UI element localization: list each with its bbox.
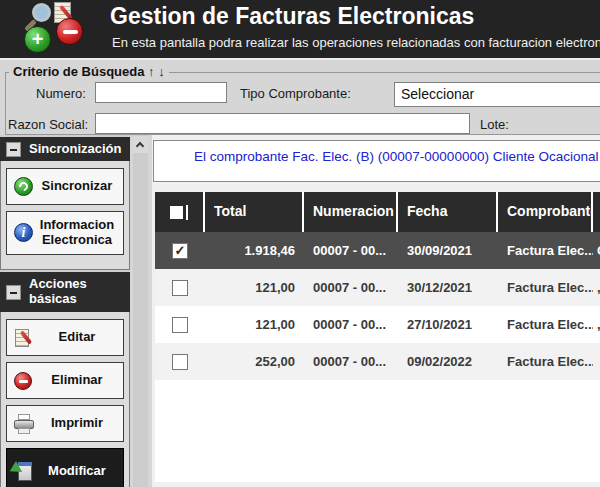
app-window: + Gestion de Facturas Electronicas En es… [0, 0, 600, 487]
info-icon: i [13, 222, 35, 244]
modify-icon [13, 460, 35, 482]
magnifier-icon [32, 3, 51, 22]
cell-comprobante: Factura Elec... [498, 354, 593, 369]
cell-total: 121,00 [205, 317, 304, 332]
column-header-total[interactable]: Total [205, 192, 304, 232]
page-title: Gestion de Facturas Electronicas [110, 3, 474, 30]
row-checkbox[interactable] [172, 354, 188, 370]
sidebar: Sincronización Sincronizar i Informacion… [0, 135, 130, 487]
main-content: El comprobante Fac. Elec. (B) (00007-000… [152, 135, 600, 487]
row-checkbox[interactable] [172, 317, 188, 333]
row-checkbox[interactable] [172, 280, 188, 296]
razon-social-label: Razon Social: [8, 117, 88, 132]
collapse-icon[interactable] [6, 142, 21, 157]
invoices-grid: Total Numeracion Fecha Comprobante ✓ 1.9… [155, 192, 600, 482]
cell-total: 121,00 [205, 280, 304, 295]
column-header-numeracion[interactable]: Numeracion [304, 192, 398, 232]
header-bar: + Gestion de Facturas Electronicas En es… [0, 0, 600, 58]
cell-fecha: 09/02/2022 [398, 354, 498, 369]
cell-extra: , [593, 280, 600, 295]
app-logo-icon: + [24, 2, 84, 56]
cell-comprobante: Factura Elec... [498, 317, 593, 332]
status-message: El comprobante Fac. Elec. (B) (00007-000… [153, 140, 600, 182]
add-circle-icon: + [24, 26, 51, 53]
scroll-up-button[interactable] [133, 136, 148, 153]
column-header-fecha[interactable]: Fecha [398, 192, 498, 232]
table-row[interactable]: 121,00 00007 - 00... 30/12/2021 Factura … [155, 269, 600, 306]
select-all-icon [170, 205, 188, 220]
print-icon [13, 413, 35, 435]
sidebar-section-sincronizacion[interactable]: Sincronización [0, 137, 130, 161]
cell-numeracion: 00007 - 00... [304, 280, 398, 295]
eliminar-button[interactable]: Eliminar [6, 362, 124, 399]
sidebar-scrollbar[interactable] [133, 135, 148, 487]
sidebar-section-acciones-basicas[interactable]: Acciones básicas [0, 272, 130, 312]
modificar-button[interactable]: Modificar [6, 448, 124, 487]
tipo-comprobante-label: Tipo Comprobante: [240, 86, 351, 101]
section-title: Sincronización [29, 142, 121, 157]
razon-social-input[interactable] [95, 113, 470, 134]
cell-comprobante: Factura Elec... [498, 280, 593, 295]
grid-header-row: Total Numeracion Fecha Comprobante [155, 192, 600, 232]
cell-extra: , [593, 317, 600, 332]
cell-numeracion: 00007 - 00... [304, 243, 398, 258]
search-groupbox-legend[interactable]: Criterio de Búsqueda ↑ ↓ [9, 64, 169, 79]
table-row[interactable]: 121,00 00007 - 00... 27/10/2021 Factura … [155, 306, 600, 343]
search-criteria-panel: Criterio de Búsqueda ↑ ↓ Numero: Tipo Co… [0, 58, 600, 135]
edit-icon [13, 327, 35, 349]
cell-numeracion: 00007 - 00... [304, 354, 398, 369]
cell-total: 252,00 [205, 354, 304, 369]
tipo-comprobante-select[interactable]: Seleccionar [394, 82, 600, 107]
cell-numeracion: 00007 - 00... [304, 317, 398, 332]
numero-input[interactable] [95, 82, 227, 103]
column-header-extra[interactable] [593, 192, 600, 232]
column-header-comprobante[interactable]: Comprobante [498, 192, 593, 232]
sincronizacion-body: Sincronizar i Informacion Electronica [0, 161, 130, 270]
cell-comprobante: Factura Elec... [498, 243, 593, 258]
delete-icon [13, 370, 35, 392]
chevron-up-icon [136, 142, 144, 150]
numero-label: Numero: [36, 86, 86, 101]
cell-fecha: 30/12/2021 [398, 280, 498, 295]
cell-fecha: 30/09/2021 [398, 243, 498, 258]
imprimir-button[interactable]: Imprimir [6, 405, 124, 442]
collapse-icon[interactable] [6, 285, 21, 300]
informacion-electronica-button[interactable]: i Informacion Electronica [6, 211, 124, 255]
cell-fecha: 27/10/2021 [398, 317, 498, 332]
lote-label: Lote: [480, 117, 509, 132]
section-title: Acciones básicas [29, 277, 107, 307]
cell-extra: C [593, 243, 600, 258]
sincronizar-button[interactable]: Sincronizar [6, 168, 124, 205]
page-subtitle: En esta pantalla podra realizar las oper… [112, 35, 600, 50]
acciones-basicas-body: Editar Eliminar Imprimir Modificar [0, 312, 130, 487]
select-all-checkbox[interactable] [155, 192, 205, 232]
cell-total: 1.918,46 [205, 243, 304, 258]
table-row[interactable]: 252,00 00007 - 00... 09/02/2022 Factura … [155, 343, 600, 380]
sync-icon [13, 176, 35, 198]
remove-circle-icon [56, 18, 83, 45]
editar-button[interactable]: Editar [6, 319, 124, 356]
table-row[interactable]: ✓ 1.918,46 00007 - 00... 30/09/2021 Fact… [155, 232, 600, 269]
row-checkbox[interactable]: ✓ [172, 243, 188, 259]
